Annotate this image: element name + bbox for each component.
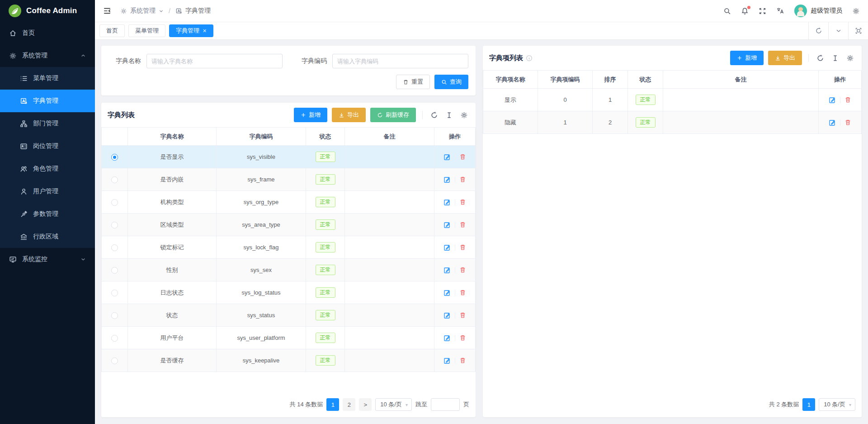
next-page-button[interactable]: > bbox=[359, 398, 372, 411]
delete-icon[interactable] bbox=[844, 119, 851, 126]
row-radio[interactable] bbox=[111, 176, 118, 183]
text-height-icon[interactable] bbox=[830, 54, 840, 62]
edit-icon[interactable] bbox=[443, 244, 451, 251]
sidebar-item-user-mgmt[interactable]: 用户管理 bbox=[0, 180, 95, 203]
delete-icon[interactable] bbox=[459, 221, 466, 228]
translate-icon[interactable] bbox=[776, 7, 784, 15]
row-radio[interactable] bbox=[111, 335, 118, 342]
menu-fold-icon[interactable] bbox=[103, 7, 111, 15]
gear-icon[interactable] bbox=[845, 54, 855, 62]
table-row[interactable]: 隐藏12正常 bbox=[483, 111, 862, 134]
close-icon[interactable]: ✕ bbox=[203, 28, 207, 34]
tab-home[interactable]: 首页 bbox=[99, 24, 125, 37]
maximize-icon[interactable] bbox=[848, 22, 868, 39]
edit-icon[interactable] bbox=[443, 289, 451, 296]
sidebar-item-post-mgmt[interactable]: 岗位管理 bbox=[0, 135, 95, 157]
row-radio[interactable] bbox=[111, 267, 118, 274]
row-radio-cell[interactable] bbox=[102, 214, 128, 236]
table-row[interactable]: 用户平台sys_user_platform正常 bbox=[102, 327, 476, 349]
table-row[interactable]: 是否显示sys_visible正常 bbox=[102, 146, 476, 168]
delete-icon[interactable] bbox=[459, 244, 466, 251]
row-radio-cell[interactable] bbox=[102, 168, 128, 191]
edit-icon[interactable] bbox=[443, 221, 451, 229]
sidebar-item-system[interactable]: 系统管理 bbox=[0, 44, 95, 67]
table-row[interactable]: 性别sys_sex正常 bbox=[102, 259, 476, 281]
add-item-button[interactable]: 新增 bbox=[730, 51, 764, 65]
row-radio[interactable] bbox=[111, 244, 118, 251]
app-logo[interactable]: Coffee Admin bbox=[0, 0, 95, 22]
delete-icon[interactable] bbox=[459, 357, 466, 364]
reset-button[interactable]: 重置 bbox=[396, 75, 430, 89]
refresh-icon[interactable] bbox=[815, 54, 826, 62]
gear-icon[interactable] bbox=[459, 111, 469, 119]
refresh-icon[interactable] bbox=[429, 111, 439, 119]
row-radio-cell[interactable] bbox=[102, 349, 128, 372]
delete-icon[interactable] bbox=[459, 153, 466, 160]
sidebar-item-role-mgmt[interactable]: 角色管理 bbox=[0, 157, 95, 180]
dict-name-input[interactable] bbox=[146, 54, 283, 68]
text-height-icon[interactable] bbox=[444, 111, 454, 119]
edit-icon[interactable] bbox=[829, 119, 836, 126]
sidebar-item-menu-mgmt[interactable]: 菜单管理 bbox=[0, 67, 95, 90]
table-row[interactable]: 日志状态sys_log_status正常 bbox=[102, 281, 476, 304]
table-row[interactable]: 显示01正常 bbox=[483, 89, 862, 111]
delete-icon[interactable] bbox=[459, 312, 466, 319]
delete-icon[interactable] bbox=[459, 199, 466, 205]
export-items-button[interactable]: 导出 bbox=[768, 51, 802, 65]
breadcrumb-parent[interactable]: 系统管理 bbox=[130, 7, 156, 15]
delete-icon[interactable] bbox=[459, 289, 466, 296]
page-size-select[interactable]: 10 条/页 ▾ bbox=[819, 398, 855, 411]
chevron-down-icon[interactable] bbox=[828, 22, 848, 39]
page-button-2[interactable]: 2 bbox=[343, 398, 355, 411]
sidebar-item-dict-mgmt[interactable]: 字典管理 bbox=[0, 90, 95, 112]
delete-icon[interactable] bbox=[459, 334, 466, 341]
table-row[interactable]: 区域类型sys_area_type正常 bbox=[102, 214, 476, 236]
edit-icon[interactable] bbox=[443, 267, 451, 274]
user-menu[interactable]: 超级管理员 bbox=[794, 5, 842, 17]
search-icon[interactable] bbox=[723, 7, 731, 15]
page-button-1[interactable]: 1 bbox=[802, 398, 815, 411]
edit-icon[interactable] bbox=[443, 176, 451, 183]
bell-icon[interactable] bbox=[741, 7, 749, 15]
page-size-select[interactable]: 10 条/页 ▾ bbox=[375, 398, 412, 411]
sidebar-item-monitor[interactable]: 系统监控 bbox=[0, 248, 95, 271]
edit-icon[interactable] bbox=[443, 153, 451, 161]
tab-menu-mgmt[interactable]: 菜单管理 bbox=[128, 24, 165, 37]
table-row[interactable]: 是否内嵌sys_frame正常 bbox=[102, 168, 476, 191]
row-radio[interactable] bbox=[111, 154, 118, 161]
gear-icon[interactable] bbox=[852, 7, 860, 15]
page-button-1[interactable]: 1 bbox=[326, 398, 339, 411]
edit-icon[interactable] bbox=[829, 96, 836, 104]
query-button[interactable]: 查询 bbox=[434, 75, 468, 89]
sidebar-item-dept-mgmt[interactable]: 部门管理 bbox=[0, 112, 95, 135]
row-radio-cell[interactable] bbox=[102, 281, 128, 304]
edit-icon[interactable] bbox=[443, 312, 451, 319]
edit-icon[interactable] bbox=[443, 334, 451, 342]
fullscreen-icon[interactable] bbox=[759, 7, 766, 15]
dict-code-input[interactable] bbox=[332, 54, 468, 68]
delete-icon[interactable] bbox=[459, 267, 466, 273]
row-radio-cell[interactable] bbox=[102, 304, 128, 327]
delete-icon[interactable] bbox=[459, 176, 466, 183]
refresh-cache-button[interactable]: 刷新缓存 bbox=[370, 108, 416, 122]
row-radio[interactable] bbox=[111, 290, 118, 296]
table-row[interactable]: 是否缓存sys_keepalive正常 bbox=[102, 349, 476, 372]
sidebar-item-param-mgmt[interactable]: 参数管理 bbox=[0, 203, 95, 225]
sidebar-item-home[interactable]: 首页 bbox=[0, 22, 95, 44]
table-row[interactable]: 锁定标记sys_lock_flag正常 bbox=[102, 236, 476, 259]
row-radio[interactable] bbox=[111, 222, 118, 229]
row-radio-cell[interactable] bbox=[102, 191, 128, 214]
row-radio[interactable] bbox=[111, 357, 118, 364]
jump-page-input[interactable] bbox=[431, 398, 460, 411]
edit-icon[interactable] bbox=[443, 357, 451, 364]
row-radio-cell[interactable] bbox=[102, 259, 128, 281]
tab-dict-mgmt[interactable]: 字典管理 ✕ bbox=[169, 24, 213, 37]
table-row[interactable]: 状态sys_status正常 bbox=[102, 304, 476, 327]
row-radio-cell[interactable] bbox=[102, 236, 128, 259]
sidebar-item-region[interactable]: 行政区域 bbox=[0, 225, 95, 248]
row-radio-cell[interactable] bbox=[102, 327, 128, 349]
add-button[interactable]: 新增 bbox=[294, 108, 327, 122]
row-radio-cell[interactable] bbox=[102, 146, 128, 168]
refresh-icon[interactable] bbox=[808, 22, 828, 39]
edit-icon[interactable] bbox=[443, 199, 451, 206]
